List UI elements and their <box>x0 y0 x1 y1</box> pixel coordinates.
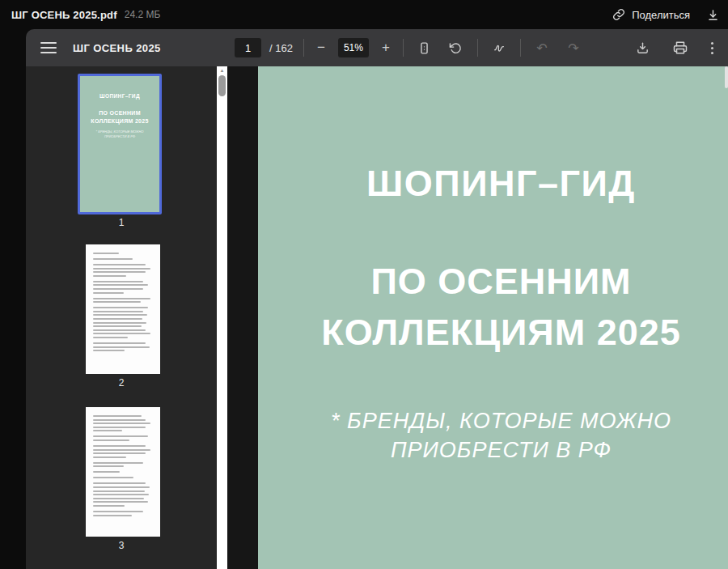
slide-note: * БРЕНДЫ, КОТОРЫЕ МОЖНО ПРИОБРЕСТИ В РФ <box>258 406 728 465</box>
redo-icon[interactable]: ↷ <box>563 36 584 59</box>
viewer-content: ШОПИНГ–ГИД ПО ОСЕННИМ КОЛЛЕКЦИЯМ 2025 * … <box>26 66 728 569</box>
mini-slide-note: * БРЕНДЫ, КОТОРЫЕ МОЖНО ПРИОБРЕСТИ В РФ <box>80 130 159 138</box>
slide-title: ШОПИНГ–ГИД <box>258 163 728 205</box>
thumbnail-2-number: 2 <box>26 377 217 389</box>
document-title: ШГ ОСЕНЬ 2025 <box>73 29 161 66</box>
page-count-label: / 162 <box>269 42 293 54</box>
sidebar-scrollbar[interactable]: ▲ <box>217 66 227 569</box>
print-icon[interactable] <box>670 36 691 59</box>
thumbnail-selected-frame: ШОПИНГ–ГИД ПО ОСЕННИМ КОЛЛЕКЦИЯМ 2025 * … <box>78 74 162 214</box>
page-view-mode-icon[interactable] <box>414 36 435 59</box>
browser-topbar: ШГ ОСЕНЬ 2025.pdf 24.2 МБ Поделиться <box>0 0 728 29</box>
screen: ШГ ОСЕНЬ 2025.pdf 24.2 МБ Поделиться <box>0 0 728 569</box>
file-name: ШГ ОСЕНЬ 2025.pdf <box>11 9 117 21</box>
document-scrollbar-thumb[interactable] <box>725 66 728 88</box>
link-icon <box>612 8 625 21</box>
download-file-button[interactable] <box>706 8 720 22</box>
pdf-viewer-window: ШГ ОСЕНЬ 2025 / 162 − 51% + <box>26 29 728 569</box>
thumb-page-3-lines <box>86 407 160 537</box>
toolbar-separator <box>303 39 304 57</box>
download-icon[interactable] <box>632 36 653 59</box>
scroll-up-arrow-icon[interactable]: ▲ <box>217 67 227 74</box>
topbar-actions: Поделиться <box>612 8 720 22</box>
file-size: 24.2 МБ <box>125 9 161 20</box>
toolbar-right-controls <box>632 29 717 66</box>
thumbnail-1-number: 1 <box>26 217 217 228</box>
toolbar-center-controls: / 162 − 51% + <box>235 29 584 66</box>
thumbnail-page-1[interactable]: ШОПИНГ–ГИД ПО ОСЕННИМ КОЛЛЕКЦИЯМ 2025 * … <box>78 74 162 214</box>
thumbnails-sidebar: ШОПИНГ–ГИД ПО ОСЕННИМ КОЛЛЕКЦИЯМ 2025 * … <box>26 66 217 569</box>
mini-slide-heading: ПО ОСЕННИМ КОЛЛЕКЦИЯМ 2025 <box>80 109 159 125</box>
page-number-input[interactable] <box>235 38 261 57</box>
annotate-pen-icon[interactable] <box>489 36 510 59</box>
toolbar-separator <box>520 39 521 57</box>
thumbnail-3-number: 3 <box>26 540 217 551</box>
rotate-page-icon[interactable] <box>446 36 467 59</box>
zoom-out-button[interactable]: − <box>315 36 328 59</box>
share-button[interactable]: Поделиться <box>612 8 690 21</box>
zoom-in-button[interactable]: + <box>379 36 392 59</box>
thumbnail-page-2[interactable] <box>86 244 160 374</box>
share-label: Поделиться <box>632 9 690 21</box>
thumbnail-page-1-preview: ШОПИНГ–ГИД ПО ОСЕННИМ КОЛЛЕКЦИЯМ 2025 * … <box>80 76 159 212</box>
undo-icon[interactable]: ↶ <box>531 36 552 59</box>
mini-slide-title: ШОПИНГ–ГИД <box>80 93 159 99</box>
toolbar-separator <box>403 39 404 57</box>
more-options-icon[interactable] <box>708 39 717 57</box>
sidebar-scrollbar-thumb[interactable] <box>218 75 226 96</box>
menu-hamburger-icon[interactable] <box>40 41 57 54</box>
thumb-page-2-lines <box>86 244 160 374</box>
toolbar-separator <box>477 39 478 57</box>
document-canvas: ШОПИНГ–ГИД ПО ОСЕННИМ КОЛЛЕКЦИЯМ 2025 * … <box>227 66 728 569</box>
slide-heading: ПО ОСЕННИМ КОЛЛЕКЦИЯМ 2025 <box>258 256 728 358</box>
slide-page-1: ШОПИНГ–ГИД ПО ОСЕННИМ КОЛЛЕКЦИЯМ 2025 * … <box>258 66 728 569</box>
thumbnail-page-3[interactable] <box>86 407 160 537</box>
zoom-level-value[interactable]: 51% <box>338 38 369 57</box>
viewer-toolbar: ШГ ОСЕНЬ 2025 / 162 − 51% + <box>26 29 728 66</box>
